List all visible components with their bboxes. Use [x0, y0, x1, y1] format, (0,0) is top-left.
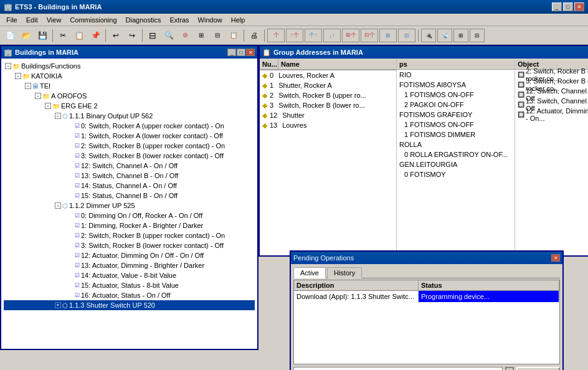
tb-bus1[interactable]: 🔌	[421, 29, 436, 42]
tree-item-3[interactable]: - 📁 A OROFOS	[4, 91, 255, 101]
middle-row-3[interactable]: 2 PAGKOI ON-OFF	[397, 100, 514, 110]
pending-close[interactable]: ✕	[551, 254, 560, 262]
tree-item-0[interactable]: - 📁 Buildings/Functions	[4, 61, 255, 71]
tb-bus3[interactable]: ⊞	[453, 29, 468, 42]
expand-4[interactable]: -	[45, 103, 51, 109]
tree-item-7[interactable]: ☑ 1: Switch, Rocker A (lower rocker cont…	[4, 131, 255, 141]
tree-item-21[interactable]: ☑ 14: Actuator, Value - 8-bit Value	[4, 270, 255, 280]
expand-0[interactable]: -	[5, 63, 11, 69]
tb-knx6[interactable]: ⊟个	[361, 29, 378, 42]
menu-help[interactable]: Help	[227, 15, 249, 25]
middle-row-5[interactable]: 1 FOTISMOS ON-OFF	[397, 120, 514, 130]
tree-item-15[interactable]: ☑ 0: Dimming On / Off, Rocker A - On / O…	[4, 211, 255, 221]
group-row-4[interactable]: ◆ 12 Shutter	[260, 110, 396, 120]
middle-row-4[interactable]: FOTISMOS GRAFEIOY	[397, 110, 514, 120]
tree-item-16[interactable]: ☑ 1: Dimming, Rocker A - Brighter / Dark…	[4, 221, 255, 230]
tree-item-23[interactable]: ☑ 16: Actuator, Status - On / Off	[4, 290, 255, 300]
tree-item-11[interactable]: ☑ 13: Switch, Channel B - On / Off	[4, 171, 255, 181]
tb-knx4[interactable]: ↓↑	[323, 29, 341, 42]
tree-item-13[interactable]: ☑ 15: Status, Channel B - On / Off	[4, 191, 255, 201]
menu-extras[interactable]: Extras	[166, 15, 192, 25]
buildings-maximize[interactable]: □	[237, 49, 245, 56]
menu-edit[interactable]: Edit	[22, 15, 42, 25]
middle-row-1[interactable]: FOTISMOS AI8OYSA	[397, 80, 514, 90]
middle-row-6[interactable]: 1 FOTISMOS DIMMER	[397, 130, 514, 140]
tb-tool1[interactable]: ⚙	[178, 29, 192, 42]
tb-sep4	[244, 29, 244, 42]
scroll-up[interactable]: ▲	[506, 368, 513, 370]
menu-window[interactable]: Window	[194, 15, 226, 25]
tb-cut[interactable]: ✂	[55, 29, 70, 42]
tb-copy[interactable]: 📋	[72, 29, 87, 42]
tb-save[interactable]: 💾	[35, 29, 50, 42]
tree-item-19[interactable]: ☑ 12: Actuator, Dimming On / Off - On / …	[4, 250, 255, 260]
tree-item-12[interactable]: ☑ 14: Status, Channel A - On / Off	[4, 181, 255, 191]
tree-item-24[interactable]: + ⬡ 1.1.3 Shutter Switch UP 520	[4, 300, 255, 310]
minimize-btn[interactable]: _	[552, 2, 562, 11]
menu-file[interactable]: File	[2, 15, 21, 25]
expand-24[interactable]: +	[55, 302, 61, 308]
middle-row-2[interactable]: 1 FOTISMOS ON-OFF	[397, 90, 514, 100]
tab-history[interactable]: History	[327, 267, 362, 278]
tree-item-17[interactable]: ☑ 2: Switch, Rocker B (upper rocker cont…	[4, 230, 255, 240]
tree-item-20[interactable]: ☑ 13: Actuator, Dimming - Brighter / Dar…	[4, 260, 255, 270]
group-row-3[interactable]: ◆ 3 Switch, Rocker B (lower ro...	[260, 100, 396, 110]
close-btn[interactable]: ✕	[574, 2, 584, 11]
tb-knx5[interactable]: ⊞个	[342, 29, 359, 42]
tb-knx7[interactable]: ⊞	[379, 29, 397, 42]
middle-row-7[interactable]: ROLLA	[397, 140, 514, 149]
tab-active[interactable]: Active	[293, 267, 326, 278]
tb-tool3[interactable]: ⊟	[210, 29, 225, 42]
tree-item-18[interactable]: ☑ 3: Switch, Rocker B (lower rocker cont…	[4, 240, 255, 250]
tb-tool2[interactable]: ⊞	[194, 29, 209, 42]
tree-item-2[interactable]: - 🏛 TEI	[4, 81, 255, 91]
tree-item-6[interactable]: ☑ 0: Switch, Rocker A (upper rocker cont…	[4, 121, 255, 131]
expand-3[interactable]: -	[35, 93, 41, 99]
tb-knx1[interactable]: 个	[267, 29, 285, 42]
tb-new[interactable]: 📄	[2, 29, 17, 42]
group-row-0[interactable]: ◆ 0 Louvres, Rocker A	[260, 70, 396, 80]
middle-row-8[interactable]: 0 ROLLA ERGASTIROY ON-OF...	[397, 149, 514, 159]
tb-redo[interactable]: ↪	[125, 29, 140, 42]
tb-knx8[interactable]: ⊟	[398, 29, 415, 42]
tb-filter[interactable]: ⊟	[145, 29, 160, 42]
group-row-2[interactable]: ◆ 2 Switch, Rocker B (upper ro...	[260, 90, 396, 100]
tree-item-1[interactable]: - 📁 KATOIKIA	[4, 71, 255, 81]
tree-item-14[interactable]: - ⬡ 1.1.2 Dimmer UP 525	[4, 201, 255, 211]
buildings-close[interactable]: ✕	[246, 49, 255, 56]
expand-1[interactable]: -	[15, 73, 21, 79]
tree-item-4[interactable]: - 📁 ERG EHE 2	[4, 101, 255, 111]
middle-row-0[interactable]: RIO	[397, 70, 514, 80]
log-scrollbar[interactable]: ▲ ▼	[505, 367, 514, 370]
right-row-4[interactable]: 🔲 12: Actuator, Dimming On / Off - On...	[515, 110, 588, 120]
tb-search[interactable]: 🔍	[161, 29, 176, 42]
tb-bus4[interactable]: ⊟	[470, 29, 485, 42]
tree-item-9[interactable]: ☑ 3: Switch, Rocker B (lower rocker cont…	[4, 151, 255, 161]
tb-print[interactable]: 🖨	[247, 29, 262, 42]
menu-diagnostics[interactable]: Diagnostics	[122, 15, 165, 25]
middle-row-10[interactable]: 0 FOTISMOY	[397, 169, 514, 179]
expand-2[interactable]: -	[25, 83, 31, 89]
buildings-minimize[interactable]: _	[227, 49, 236, 56]
menu-view[interactable]: View	[43, 15, 65, 25]
tree-item-22[interactable]: ☑ 15: Actuator, Status - 8-bit Value	[4, 280, 255, 290]
tb-undo[interactable]: ↩	[108, 29, 123, 42]
middle-row-9[interactable]: GEN.LEITOURGIA	[397, 159, 514, 169]
group-row-5[interactable]: ◆ 13 Louvres	[260, 120, 396, 130]
expand-14[interactable]: -	[55, 202, 61, 209]
menu-commissioning[interactable]: Commissioning	[66, 15, 120, 25]
tree-item-8[interactable]: ☑ 2: Switch, Rocker B (upper rocker cont…	[4, 141, 255, 151]
tb-bus2[interactable]: 📡	[437, 29, 452, 42]
tb-knx3[interactable]: 个↑	[305, 29, 322, 42]
tree-item-5[interactable]: - ⬡ 1.1.1 Binary Output UP 562	[4, 111, 255, 121]
expand-5[interactable]: -	[55, 113, 61, 119]
group-row-1[interactable]: ◆ 1 Shutter, Rocker A	[260, 80, 396, 90]
pending-row-0[interactable]: Download (Appl): 1.1.3 Shutter Switc... …	[294, 291, 559, 302]
tb-open[interactable]: 📂	[19, 29, 34, 42]
tb-knx2[interactable]: ↑个	[286, 29, 303, 42]
tb-paste[interactable]: 📌	[88, 29, 103, 42]
tb-tool4[interactable]: 📋	[226, 29, 241, 42]
maximize-btn[interactable]: □	[563, 2, 573, 11]
tree-item-10[interactable]: ☑ 12: Switch, Channel A - On / Off	[4, 161, 255, 171]
abort-button[interactable]: Abort	[516, 367, 560, 370]
